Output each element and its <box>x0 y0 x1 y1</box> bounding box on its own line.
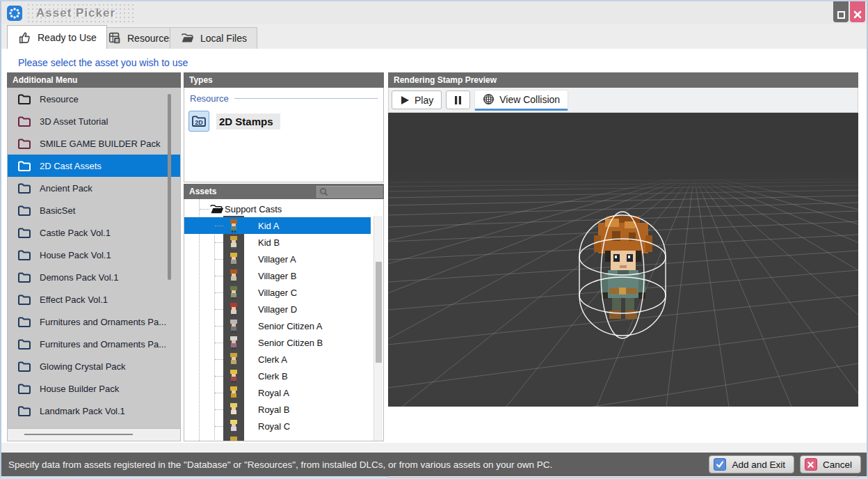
types-group-label: Resource <box>190 93 229 104</box>
folder-icon <box>17 115 31 127</box>
folder-icon <box>17 93 31 105</box>
menu-item-3d-asset-tutorial[interactable]: 3D Asset Tutorial <box>8 110 180 132</box>
menu-item-demons-pack[interactable]: Demons Pack Vol.1 <box>8 266 180 288</box>
type-item-label: 2D Stamps <box>216 113 280 129</box>
types-group-row: Resource <box>190 93 378 104</box>
asset-item-senior-citizen-b[interactable]: Senior Citizen B <box>184 334 383 351</box>
assets-scroll-track[interactable] <box>373 216 383 441</box>
folder-open-icon <box>180 31 195 46</box>
menu-item-2d-cast-assets[interactable]: 2D Cast Assets <box>8 155 180 177</box>
asset-item-kid-b[interactable]: Kid B <box>184 234 383 251</box>
menu-horizontal-scrollbar[interactable] <box>24 434 133 435</box>
play-icon <box>400 95 410 105</box>
folder-icon <box>17 249 31 261</box>
tab-bar: Ready to Use R Resources Local Files <box>1 24 867 49</box>
assets-vertical-scrollbar[interactable] <box>376 262 382 363</box>
viewport-scene <box>388 113 858 407</box>
assets-tree: Support Casts Kid A <box>184 199 384 441</box>
folder-icon <box>17 137 31 150</box>
menu-item-house-builder[interactable]: House Builder Pack <box>8 377 180 400</box>
additional-menu-list: Resource 3D Asset Tutorial SMILE GAME BU… <box>7 88 181 429</box>
thumbs-up-icon <box>17 30 33 45</box>
asset-item-royal-a[interactable]: Royal A <box>184 384 383 401</box>
3d-viewport[interactable] <box>388 113 858 407</box>
rendering-stamp-preview-panel: Rendering Stamp Preview Play Vie <box>388 72 858 441</box>
folder-icon <box>17 405 31 417</box>
footer-bar: Specify data from assets registered in t… <box>1 453 867 476</box>
additional-menu-header: Additional Menu <box>7 72 181 88</box>
menu-item-castle-pack[interactable]: Castle Pack Vol.1 <box>8 221 180 244</box>
assets-header: Assets <box>184 184 384 199</box>
folder-icon <box>17 360 31 372</box>
folder-icon <box>17 182 31 194</box>
window-title-pattern: Asset Picker <box>26 3 135 24</box>
asset-item-clerk-b[interactable]: Clerk B <box>184 368 383 384</box>
maximize-button[interactable] <box>833 1 849 22</box>
tab-label: Resources <box>127 33 174 44</box>
asset-item-villager-a[interactable]: Villager A <box>184 251 383 267</box>
main-content: Please select the asset you wish to use … <box>1 49 867 443</box>
menu-item-glowing-crystal[interactable]: Glowing Crystal Pack <box>8 355 180 377</box>
asset-item-royal-b[interactable]: Royal B <box>184 401 383 418</box>
instruction-text: Please select the asset you wish to use <box>18 57 188 68</box>
cast-sprite-icon <box>223 334 244 351</box>
cast-sprite-icon <box>223 368 244 384</box>
menu-item-sgb-pack[interactable]: SMILE GAME BUILDER Pack <box>8 132 180 155</box>
asset-item-villager-b[interactable]: Villager B <box>184 267 383 284</box>
tab-ready-to-use[interactable]: Ready to Use <box>7 25 107 49</box>
types-panel: Types Resource 2D 2D Stamps <box>184 72 384 182</box>
asset-item-senior-citizen-a[interactable]: Senior Citizen A <box>184 317 383 334</box>
x-icon <box>805 458 817 471</box>
cast-sprite-icon <box>223 418 244 434</box>
asset-item-villager-d[interactable]: Villager D <box>184 301 383 317</box>
close-button[interactable] <box>850 1 865 22</box>
folder-icon <box>17 315 31 328</box>
tab-label: Local Files <box>200 33 247 44</box>
asset-rows: Kid A Kid B Villager A <box>184 217 383 441</box>
search-icon <box>319 187 328 196</box>
additional-menu-panel: Additional Menu Resource 3D Asset Tutori… <box>7 72 181 441</box>
cancel-button[interactable]: Cancel <box>800 455 861 473</box>
asset-search-input[interactable] <box>316 186 383 198</box>
folder-icon <box>17 382 31 395</box>
asset-item-royal-c[interactable]: Royal C <box>184 418 383 434</box>
tree-node-support-casts[interactable]: Support Casts <box>184 201 282 217</box>
add-and-exit-button[interactable]: Add and Exit <box>709 455 794 473</box>
asset-item-kid-a[interactable]: Kid A <box>184 217 383 234</box>
folder-icon <box>17 226 31 239</box>
svg-text:2D: 2D <box>195 119 203 126</box>
menu-item-resource[interactable]: Resource <box>8 88 180 110</box>
pause-button[interactable] <box>446 91 470 109</box>
cast-sprite-icon <box>223 434 244 441</box>
menu-vertical-scrollbar[interactable] <box>168 94 171 280</box>
menu-item-landmark-pack[interactable]: Landmark Pack Vol.1 <box>8 400 180 422</box>
type-item-2d-stamps[interactable]: 2D 2D Stamps <box>188 111 383 132</box>
folder-icon <box>17 338 31 350</box>
menu-item-effect-pack[interactable]: Effect Pack Vol.1 <box>8 288 180 311</box>
menu-item-furnitures-1[interactable]: Furnitures and Ornaments Pa... <box>8 311 180 333</box>
asset-item-clerk-a[interactable]: Clerk A <box>184 351 383 368</box>
menu-item-partial[interactable] <box>8 422 180 429</box>
folder-icon <box>17 271 31 283</box>
title-bar[interactable]: Asset Picker <box>1 1 867 24</box>
cast-sprite-icon <box>223 267 244 284</box>
cast-sprite-icon <box>223 234 244 251</box>
cast-sprite-icon <box>223 251 244 267</box>
menu-item-ancient-pack[interactable]: Ancient Pack <box>8 177 180 199</box>
resource-box-icon: R <box>107 31 122 46</box>
svg-text:R: R <box>115 38 119 43</box>
menu-item-house-pack[interactable]: House Pack Vol.1 <box>8 244 180 266</box>
assets-panel: Assets Support <box>184 184 384 441</box>
menu-item-basicset[interactable]: BasicSet <box>8 199 180 221</box>
preview-header: Rendering Stamp Preview <box>388 72 858 88</box>
menu-horizontal-scroll-track[interactable] <box>7 429 181 441</box>
folder-icon <box>17 159 31 172</box>
cast-sprite-icon <box>223 301 244 317</box>
asset-item-partial[interactable] <box>184 434 383 441</box>
view-collision-button[interactable]: View Collision <box>474 90 568 111</box>
menu-item-furnitures-2[interactable]: Furnitures and Ornaments Pa... <box>8 333 180 355</box>
asset-item-villager-c[interactable]: Villager C <box>184 284 383 301</box>
play-button[interactable]: Play <box>392 91 442 109</box>
tab-local-files[interactable]: Local Files <box>170 27 257 49</box>
group-divider <box>234 98 378 99</box>
